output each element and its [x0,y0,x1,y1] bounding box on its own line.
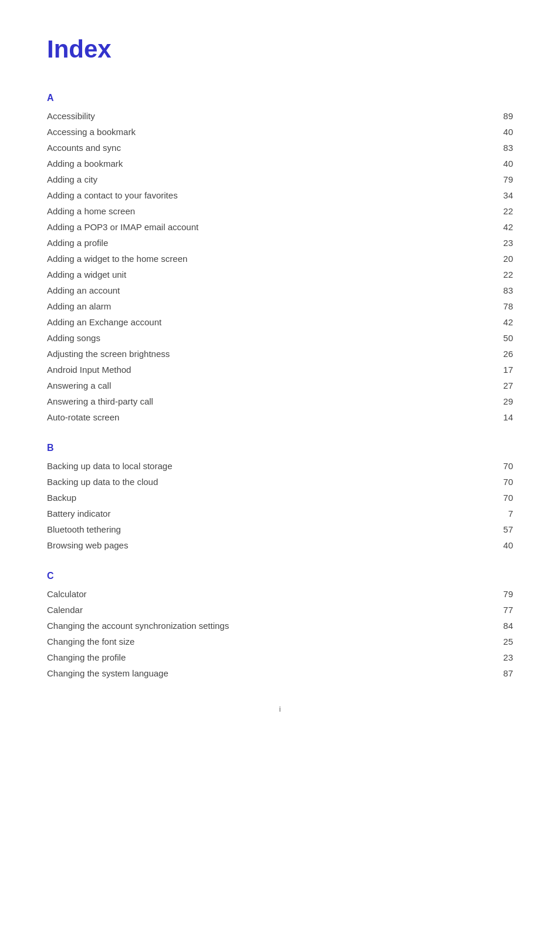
entry-term: Accessing a bookmark [47,127,490,137]
index-entry: Adding a home screen22 [47,203,513,219]
entry-page: 40 [490,540,513,550]
index-entry: Changing the account synchronization set… [47,618,513,634]
index-entry: Answering a third-party call29 [47,393,513,409]
index-content: AAccessibility89Accessing a bookmark40Ac… [47,93,513,681]
entry-page: 7 [490,509,513,518]
index-section-b: BBacking up data to local storage70Backi… [47,443,513,553]
index-section-a: AAccessibility89Accessing a bookmark40Ac… [47,93,513,425]
entry-page: 70 [490,493,513,503]
page-title: Index [47,35,513,63]
index-entry: Backing up data to the cloud70 [47,474,513,490]
entry-term: Adjusting the screen brightness [47,349,490,359]
entry-page: 79 [490,589,513,599]
index-section-c: CCalculator79Calendar77Changing the acco… [47,571,513,681]
index-entry: Backing up data to local storage70 [47,458,513,474]
entry-page: 23 [490,238,513,248]
entry-page: 42 [490,317,513,327]
index-entry: Backup70 [47,490,513,506]
entry-page: 78 [490,301,513,311]
index-entry: Adjusting the screen brightness26 [47,346,513,362]
section-letter-c: C [47,571,513,581]
index-entry: Auto-rotate screen14 [47,409,513,425]
index-entry: Changing the system language87 [47,665,513,681]
entry-page: 79 [490,174,513,184]
index-entry: Adding an alarm78 [47,298,513,314]
entry-term: Answering a third-party call [47,396,490,406]
index-entry: Changing the font size25 [47,634,513,649]
entry-page: 20 [490,254,513,264]
entry-term: Adding a profile [47,238,490,248]
entry-page: 22 [490,270,513,280]
entry-term: Battery indicator [47,509,490,518]
entry-term: Calculator [47,589,490,599]
index-entry: Adding a widget to the home screen20 [47,251,513,267]
index-entry: Bluetooth tethering57 [47,521,513,537]
entry-term: Adding a contact to your favorites [47,190,490,200]
entry-page: 23 [490,652,513,662]
section-letter-a: A [47,93,513,103]
entry-page: 83 [490,143,513,153]
index-entry: Browsing web pages40 [47,537,513,553]
entry-page: 22 [490,206,513,216]
index-entry: Adding a contact to your favorites34 [47,187,513,203]
entry-term: Changing the profile [47,652,490,662]
index-entry: Accessibility89 [47,108,513,124]
index-entry: Adding a city79 [47,171,513,187]
entry-term: Adding a home screen [47,206,490,216]
entry-term: Backing up data to local storage [47,461,490,471]
entry-term: Adding an alarm [47,301,490,311]
entry-term: Accounts and sync [47,143,490,153]
entry-term: Browsing web pages [47,540,490,550]
entry-page: 29 [490,396,513,406]
entry-page: 27 [490,380,513,390]
index-entry: Adding an account83 [47,282,513,298]
entry-page: 14 [490,412,513,422]
entry-term: Adding an account [47,285,490,295]
entry-term: Adding a bookmark [47,159,490,169]
index-entry: Android Input Method17 [47,362,513,378]
entry-page: 26 [490,349,513,359]
index-entry: Adding a bookmark40 [47,156,513,171]
entry-term: Changing the font size [47,637,490,646]
entry-term: Adding a POP3 or IMAP email account [47,222,490,232]
index-entry: Calendar77 [47,602,513,618]
index-entry: Adding a POP3 or IMAP email account42 [47,219,513,235]
entry-page: 40 [490,159,513,169]
entry-term: Android Input Method [47,365,490,375]
index-entry: Changing the profile23 [47,649,513,665]
page-footer: i [47,705,513,713]
section-letter-b: B [47,443,513,453]
entry-page: 77 [490,605,513,615]
entry-page: 34 [490,190,513,200]
entry-page: 42 [490,222,513,232]
index-entry: Adding a profile23 [47,235,513,251]
entry-term: Auto-rotate screen [47,412,490,422]
index-entry: Calculator79 [47,586,513,602]
index-entry: Accessing a bookmark40 [47,124,513,140]
entry-page: 57 [490,524,513,534]
entry-term: Backing up data to the cloud [47,477,490,487]
entry-term: Adding a widget to the home screen [47,254,490,264]
entry-term: Adding songs [47,333,490,343]
entry-term: Answering a call [47,380,490,390]
entry-page: 70 [490,477,513,487]
entry-page: 89 [490,111,513,121]
entry-term: Adding a city [47,174,490,184]
entry-page: 40 [490,127,513,137]
entry-term: Accessibility [47,111,490,121]
index-entry: Answering a call27 [47,378,513,393]
entry-page: 50 [490,333,513,343]
entry-page: 70 [490,461,513,471]
index-entry: Battery indicator7 [47,506,513,521]
index-entry: Adding a widget unit22 [47,267,513,282]
index-entry: Adding songs50 [47,330,513,346]
entry-term: Adding an Exchange account [47,317,490,327]
index-entry: Accounts and sync83 [47,140,513,156]
entry-page: 87 [490,668,513,678]
entry-term: Backup [47,493,490,503]
entry-term: Changing the system language [47,668,490,678]
entry-page: 83 [490,285,513,295]
entry-term: Calendar [47,605,490,615]
entry-page: 25 [490,637,513,646]
entry-term: Changing the account synchronization set… [47,621,490,631]
